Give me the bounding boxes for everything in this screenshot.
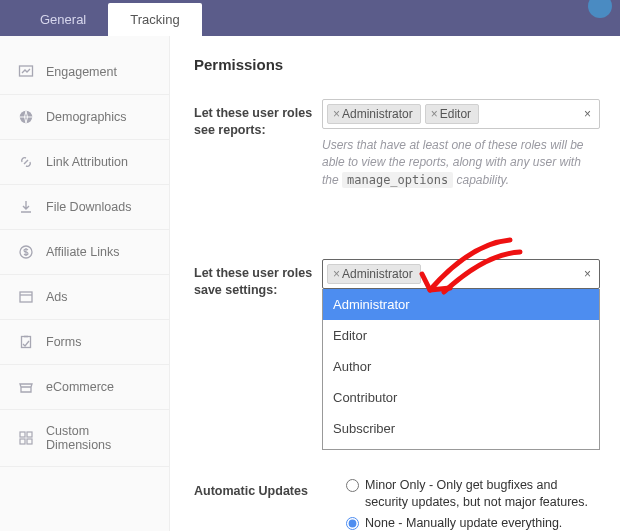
- sidebar-item-forms[interactable]: Forms: [0, 320, 169, 365]
- tag-remove-icon[interactable]: ×: [431, 107, 438, 121]
- globe-icon: [18, 109, 34, 125]
- see-reports-label: Let these user roles see reports:: [194, 99, 322, 189]
- sidebar-item-label: Custom Dimensions: [46, 424, 155, 452]
- dropdown-option-administrator[interactable]: Administrator: [323, 289, 599, 320]
- dropdown-option-seo-manager[interactable]: SEO Manager: [323, 444, 599, 449]
- sidebar-item-link-attribution[interactable]: Link Attribution: [0, 140, 169, 185]
- dropdown-option-subscriber[interactable]: Subscriber: [323, 413, 599, 444]
- sidebar-item-custom-dimensions[interactable]: Custom Dimensions: [0, 410, 169, 467]
- svg-rect-7: [20, 439, 25, 444]
- dropdown-option-author[interactable]: Author: [323, 351, 599, 382]
- tag-administrator[interactable]: ×Administrator: [327, 264, 421, 284]
- svg-rect-5: [20, 432, 25, 437]
- svg-rect-8: [27, 439, 32, 444]
- tag-administrator[interactable]: ×Administrator: [327, 104, 421, 124]
- dropdown-option-editor[interactable]: Editor: [323, 320, 599, 351]
- radio-minor-only-label: Minor Only - Only get bugfixes and secur…: [365, 477, 600, 511]
- dollar-icon: [18, 244, 34, 260]
- sidebar-item-demographics[interactable]: Demographics: [0, 95, 169, 140]
- section-title: Permissions: [194, 56, 600, 73]
- sidebar-item-label: File Downloads: [46, 200, 131, 214]
- sidebar: Engagement Demographics Link Attribution…: [0, 36, 170, 531]
- tab-general[interactable]: General: [18, 3, 108, 36]
- header-badge: [588, 0, 612, 18]
- chart-icon: [18, 64, 34, 80]
- svg-rect-3: [20, 292, 32, 302]
- tag-remove-icon[interactable]: ×: [333, 267, 340, 281]
- dropdown-option-contributor[interactable]: Contributor: [323, 382, 599, 413]
- sidebar-item-label: Engagement: [46, 65, 117, 79]
- link-icon: [18, 154, 34, 170]
- sidebar-item-engagement[interactable]: Engagement: [0, 50, 169, 95]
- top-tab-bar: General Tracking: [0, 0, 620, 36]
- tag-editor[interactable]: ×Editor: [425, 104, 479, 124]
- svg-rect-4: [22, 337, 31, 348]
- sidebar-item-affiliate-links[interactable]: Affiliate Links: [0, 230, 169, 275]
- sidebar-item-label: Demographics: [46, 110, 127, 124]
- sidebar-item-ecommerce[interactable]: eCommerce: [0, 365, 169, 410]
- sidebar-item-label: Affiliate Links: [46, 245, 119, 259]
- sidebar-item-label: Ads: [46, 290, 68, 304]
- clear-tags-button[interactable]: ×: [584, 107, 591, 121]
- radio-none[interactable]: [346, 517, 359, 530]
- store-icon: [18, 379, 34, 395]
- sidebar-item-label: Link Attribution: [46, 155, 128, 169]
- sidebar-item-ads[interactable]: Ads: [0, 275, 169, 320]
- sidebar-item-label: eCommerce: [46, 380, 114, 394]
- see-reports-tagbox[interactable]: ×Administrator ×Editor ×: [322, 99, 600, 129]
- save-settings-tagbox[interactable]: ×Administrator ×: [322, 259, 600, 289]
- main-panel: Permissions Let these user roles see rep…: [170, 36, 620, 531]
- role-dropdown: Administrator Editor Author Contributor …: [322, 289, 600, 450]
- download-icon: [18, 199, 34, 215]
- see-reports-hint: Users that have at least one of these ro…: [322, 137, 600, 189]
- radio-minor-only[interactable]: [346, 479, 359, 492]
- automatic-updates-label: Automatic Updates: [194, 477, 322, 531]
- sidebar-item-file-downloads[interactable]: File Downloads: [0, 185, 169, 230]
- ads-icon: [18, 289, 34, 305]
- tag-remove-icon[interactable]: ×: [333, 107, 340, 121]
- radio-none-label: None - Manually update everything.: [365, 515, 562, 531]
- clear-tags-button[interactable]: ×: [584, 267, 591, 281]
- sidebar-item-label: Forms: [46, 335, 81, 349]
- svg-rect-6: [27, 432, 32, 437]
- grid-icon: [18, 430, 34, 446]
- clipboard-icon: [18, 334, 34, 350]
- save-settings-label: Let these user roles save settings:: [194, 259, 322, 299]
- tab-tracking[interactable]: Tracking: [108, 3, 201, 36]
